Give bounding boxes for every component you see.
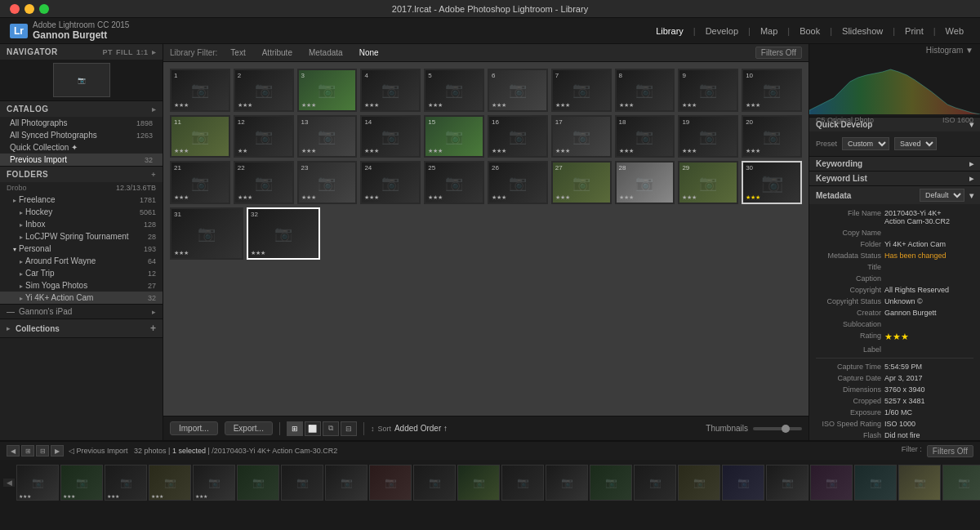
saved-preset-select[interactable]: Saved (894, 137, 937, 150)
folders-add-icon[interactable]: + (151, 171, 156, 179)
navigator-header[interactable]: Navigator PT Fill 1:1 ▸ (0, 44, 163, 60)
fs-cell-13[interactable]: 📷 (546, 465, 588, 501)
grid-cell-15[interactable]: 📷15★★★ (424, 115, 484, 158)
fs-cell-8[interactable]: 📷 (325, 465, 368, 501)
export-button[interactable]: Export... (225, 421, 273, 435)
module-slideshow[interactable]: Slideshow (835, 24, 889, 38)
fs-cell-11[interactable]: 📷 (457, 465, 500, 501)
filter-attribute[interactable]: Attribute (259, 48, 296, 57)
filmstrip-zoom-button[interactable]: ⊟ (36, 445, 49, 457)
fs-cell-3[interactable]: 📷★★★ (105, 465, 147, 501)
fs-cell-22[interactable]: 📷 (942, 465, 980, 501)
catalog-item-previous-import[interactable]: Previous Import 32 (0, 154, 163, 166)
grid-cell-13[interactable]: 📷13★★★ (297, 115, 358, 158)
filmstrip-prev-button[interactable]: ◀ (7, 445, 20, 457)
folder-hockey[interactable]: ▸Hockey 5061 (0, 206, 163, 218)
grid-cell-32[interactable]: 📷32★★★ (247, 207, 320, 260)
folder-freelance[interactable]: ▸Freelance 1781 (0, 194, 163, 206)
grid-cell-30[interactable]: 📷30★★★ (742, 161, 802, 204)
grid-cell-8[interactable]: 📷8★★★ (615, 69, 675, 112)
sort-value[interactable]: Added Order ↑ (394, 424, 448, 433)
grid-cell-28[interactable]: 📷28★★★ (615, 161, 675, 204)
filter-metadata[interactable]: Metadata (305, 48, 346, 57)
module-develop[interactable]: Develop (699, 24, 745, 38)
grid-cell-9[interactable]: 📷9★★★ (678, 69, 738, 112)
fs-cell-2[interactable]: 📷★★★ (60, 465, 103, 501)
import-button[interactable]: Import... (170, 421, 218, 435)
folder-car-trip[interactable]: ▸Car Trip 12 (0, 267, 163, 279)
minimize-button[interactable] (24, 4, 34, 14)
grid-cell-21[interactable]: 📷21★★★ (170, 161, 230, 204)
fs-cell-12[interactable]: 📷 (501, 465, 544, 501)
grid-cell-2[interactable]: 📷2★★★ (234, 69, 294, 112)
thumbnails-slider-handle[interactable] (782, 425, 790, 433)
grid-cell-1[interactable]: 📷1★★★ (170, 69, 230, 112)
module-print[interactable]: Print (898, 24, 930, 38)
fs-cell-16[interactable]: 📷 (678, 465, 720, 501)
collections-add-icon[interactable]: + (150, 323, 156, 334)
fs-cell-6[interactable]: 📷 (237, 465, 279, 501)
catalog-item-quick-collection[interactable]: Quick Collection ✦ (0, 141, 163, 154)
grid-cell-4[interactable]: 📷4★★★ (360, 69, 421, 112)
filmstrip-left-arrow[interactable]: ◀ (3, 479, 15, 487)
keywording-header[interactable]: Keywording ▸ (809, 157, 980, 171)
filter-text[interactable]: Text (227, 48, 248, 57)
fs-cell-18[interactable]: 📷 (766, 465, 808, 501)
grid-cell-26[interactable]: 📷26★★★ (488, 161, 548, 204)
fs-cell-4[interactable]: 📷★★★ (149, 465, 191, 501)
compare-view-button[interactable]: ⧉ (323, 421, 339, 436)
fs-cell-5[interactable]: 📷★★★ (193, 465, 235, 501)
module-book[interactable]: Book (793, 24, 826, 38)
thumbnails-slider[interactable] (753, 427, 802, 430)
folder-drobo[interactable]: Drobo 12.3/13.6TB (0, 182, 163, 194)
grid-cell-14[interactable]: 📷14★★★ (360, 115, 421, 158)
grid-cell-3[interactable]: 📷3★★★ (297, 69, 358, 112)
maximize-button[interactable] (39, 4, 49, 14)
filmstrip-nav-button[interactable]: ▶ (51, 445, 64, 457)
grid-cell-12[interactable]: 📷12★★ (234, 115, 294, 158)
grid-cell-31[interactable]: 📷31★★★ (170, 207, 243, 260)
grid-cell-29[interactable]: 📷29★★★ (678, 161, 738, 204)
filmstrip-collapse-left[interactable]: ◀ (3, 479, 15, 487)
filmstrip-filters-off-button[interactable]: Filters Off (927, 445, 973, 457)
histogram-label[interactable]: Histogram ▼ (926, 46, 973, 55)
fs-cell-9[interactable]: 📷 (369, 465, 412, 501)
collections-header[interactable]: ▸ Collections + (0, 319, 163, 337)
folder-sim-yoga[interactable]: ▸Sim Yoga Photos 27 (0, 279, 163, 292)
loupe-view-button[interactable]: ⬜ (305, 421, 321, 436)
folder-yi-4k[interactable]: ▸Yi 4K+ Action Cam 32 (0, 292, 163, 304)
catalog-item-all-photos[interactable]: All Photographs 1898 (0, 117, 163, 129)
grid-cell-10[interactable]: 📷10★★★ (742, 69, 802, 112)
grid-cell-27[interactable]: 📷27★★★ (551, 161, 612, 204)
folder-personal[interactable]: ▾Personal 193 (0, 243, 163, 255)
grid-cell-24[interactable]: 📷24★★★ (360, 161, 421, 204)
grid-cell-17[interactable]: 📷17★★★ (551, 115, 612, 158)
folders-header[interactable]: Folders + (0, 167, 163, 182)
ipad-item[interactable]: — Gannon's iPad ▸ (0, 305, 163, 318)
module-web[interactable]: Web (939, 24, 970, 38)
window-controls[interactable] (10, 4, 49, 14)
filter-none[interactable]: None (356, 48, 382, 57)
fs-cell-20[interactable]: 📷 (854, 465, 897, 501)
grid-cell-5[interactable]: 📷5★★★ (424, 69, 484, 112)
grid-cell-7[interactable]: 📷7★★★ (551, 69, 612, 112)
fs-cell-19[interactable]: 📷 (810, 465, 853, 501)
catalog-item-synced[interactable]: All Synced Photographs 1263 (0, 129, 163, 141)
grid-cell-11[interactable]: 📷11★★★ (170, 115, 230, 158)
filters-off-button[interactable]: Filters Off (755, 47, 802, 59)
folder-around-fort-wayne[interactable]: ▸Around Fort Wayne 64 (0, 255, 163, 267)
fs-cell-15[interactable]: 📷 (634, 465, 676, 501)
preset-select[interactable]: Custom (842, 137, 889, 150)
fs-cell-1[interactable]: 📷★★★ (16, 465, 59, 501)
filmstrip-views-button[interactable]: ⊞ (21, 445, 34, 457)
grid-cell-25[interactable]: 📷25★★★ (424, 161, 484, 204)
grid-view-button[interactable]: ⊞ (287, 421, 303, 436)
folder-locjpw[interactable]: ▸LoCJPW Spring Tournament 28 (0, 230, 163, 243)
grid-cell-16[interactable]: 📷16★★★ (488, 115, 548, 158)
grid-cell-20[interactable]: 📷20★★★ (742, 115, 802, 158)
grid-cell-23[interactable]: 📷23★★★ (297, 161, 358, 204)
fs-cell-10[interactable]: 📷 (413, 465, 456, 501)
fs-cell-17[interactable]: 📷 (722, 465, 764, 501)
survey-view-button[interactable]: ⊟ (341, 421, 357, 436)
close-button[interactable] (10, 4, 20, 14)
